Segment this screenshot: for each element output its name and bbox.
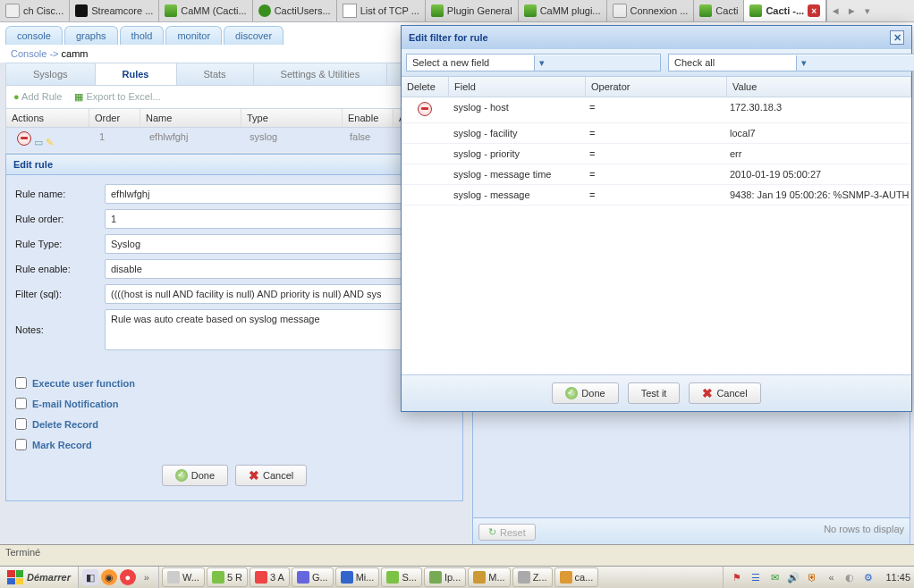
checkbox[interactable]: [15, 377, 27, 389]
section-tab-settings[interactable]: Settings & Utilities: [254, 63, 388, 85]
task-button[interactable]: G...: [292, 567, 334, 587]
cancel-button[interactable]: ✖Cancel: [689, 382, 760, 404]
add-rule-button[interactable]: ● Add Rule: [13, 91, 62, 103]
chevron-down-icon[interactable]: ▾: [534, 55, 660, 71]
tray-icon[interactable]: ⚙: [860, 569, 876, 585]
task-label: 3 A: [270, 572, 284, 583]
task-button[interactable]: W...: [162, 567, 205, 587]
cell-field: syslog - priority: [448, 144, 584, 164]
col-delete: Delete: [402, 77, 449, 97]
tray-icon[interactable]: ◐: [842, 569, 858, 585]
tray-more-icon[interactable]: «: [823, 569, 839, 585]
close-icon[interactable]: ×: [808, 4, 820, 17]
ql-more-icon[interactable]: »: [139, 569, 155, 585]
section-tab-syslogs[interactable]: Syslogs: [6, 63, 96, 85]
close-icon[interactable]: ✕: [890, 30, 904, 45]
task-button[interactable]: Z...: [512, 567, 553, 587]
browser-tab[interactable]: Plugin General: [426, 0, 519, 21]
nav-tab-console[interactable]: console: [5, 26, 63, 45]
col-name: Name: [140, 109, 241, 127]
tab-nav: ◄►▾: [826, 0, 876, 21]
ql-icon[interactable]: ◧: [82, 569, 98, 585]
done-button[interactable]: Done: [552, 382, 618, 404]
delete-icon[interactable]: [418, 102, 432, 116]
col-value: Value: [727, 77, 911, 97]
section-tab-rules[interactable]: Rules: [96, 63, 177, 85]
browser-tab[interactable]: ch Cisc...: [0, 0, 70, 21]
check-mark-record[interactable]: Mark Record: [15, 439, 453, 450]
nav-tab-monitor[interactable]: monitor: [165, 26, 222, 45]
browser-tab[interactable]: CactiUsers...: [253, 0, 337, 21]
filter-row[interactable]: syslog - facility=local7: [402, 123, 911, 144]
task-button[interactable]: S...: [381, 567, 422, 587]
tab-menu-icon[interactable]: ▾: [859, 5, 876, 17]
tray-icon[interactable]: 🔊: [785, 569, 801, 585]
tray-icon[interactable]: ☰: [748, 569, 764, 585]
chevron-down-icon[interactable]: ▾: [796, 55, 914, 71]
filter-row[interactable]: syslog - host=172.30.18.3: [402, 97, 911, 123]
browser-tab[interactable]: CaMM plugi...: [519, 0, 607, 21]
tab-label: ch Cisc...: [23, 5, 63, 16]
windows-logo-icon: [7, 570, 23, 584]
filter-row[interactable]: syslog - message=9438: Jan 19 05:00:26: …: [402, 185, 911, 206]
no-rows-label: No rows to display: [824, 524, 904, 541]
tab-prev-icon[interactable]: ◄: [827, 5, 843, 16]
check-delete-record[interactable]: Delete Record: [15, 418, 453, 430]
copy-icon[interactable]: ▭: [34, 137, 43, 147]
start-button[interactable]: Démarrer: [0, 567, 79, 588]
tray-icon[interactable]: ⛨: [804, 569, 820, 585]
tray-icon[interactable]: ✉: [766, 569, 783, 585]
browser-tab[interactable]: Cacti: [694, 0, 744, 21]
task-button[interactable]: Ip...: [424, 567, 466, 587]
section-tab-stats[interactable]: Stats: [177, 63, 254, 85]
task-button[interactable]: Mi...: [335, 567, 380, 587]
col-actions: Actions: [6, 109, 89, 127]
nav-tab-graphs[interactable]: graphs: [64, 26, 118, 45]
modal-header[interactable]: Edit filter for rule ✕: [402, 26, 911, 49]
filter-row[interactable]: syslog - message time=2010-01-19 05:00:2…: [402, 164, 911, 185]
checkbox[interactable]: [15, 398, 27, 409]
app-icon: [341, 571, 353, 584]
tab-next-icon[interactable]: ►: [843, 5, 859, 16]
browser-tab[interactable]: List of TCP ...: [337, 0, 426, 21]
col-operator: Operator: [586, 77, 727, 97]
browser-tab-active[interactable]: Cacti -...×: [744, 0, 826, 21]
task-button[interactable]: M...: [468, 567, 510, 587]
field-select[interactable]: Select a new field▾: [406, 54, 661, 71]
tray-icon[interactable]: ⚑: [729, 569, 745, 585]
taskbar-clock[interactable]: 11:45: [882, 572, 914, 583]
panel-button-bar: Done ✖Cancel: [15, 459, 453, 491]
task-button[interactable]: 5 R: [207, 567, 248, 587]
checkbox[interactable]: [15, 418, 27, 430]
row-name: efhlwfghj: [144, 131, 244, 148]
reset-button[interactable]: ↻Reset: [478, 524, 536, 541]
nav-tab-thold[interactable]: thold: [120, 26, 165, 45]
delete-icon[interactable]: [17, 131, 31, 146]
cell-val: err: [724, 144, 911, 164]
checkbox[interactable]: [15, 439, 27, 450]
check-all-select[interactable]: Check all▾: [668, 54, 914, 71]
export-excel-button[interactable]: ▦ Export to Excel...: [74, 91, 160, 103]
check-email-notif[interactable]: E-mail Notification: [15, 398, 453, 409]
done-button[interactable]: Done: [162, 465, 228, 486]
label-rule-enable: Rule enable:: [15, 264, 105, 274]
app-icon: [297, 571, 309, 584]
browser-tab[interactable]: Connexion ...: [607, 0, 695, 21]
check-exec-user-fn[interactable]: Execute user function: [15, 377, 453, 389]
cancel-button[interactable]: ✖Cancel: [235, 465, 307, 486]
row-action-icons[interactable]: ▭ ✎: [12, 131, 94, 148]
task-button[interactable]: 3 A: [250, 567, 290, 587]
filter-grid-header: Delete Field Operator Value: [402, 77, 911, 97]
filter-row[interactable]: syslog - priority=err: [402, 144, 911, 164]
browser-tab[interactable]: Streamcore ...: [70, 0, 159, 21]
test-button[interactable]: Test it: [628, 382, 681, 404]
ql-icon[interactable]: ●: [120, 569, 136, 585]
refresh-icon: ↻: [488, 526, 496, 538]
nav-tab-discover[interactable]: discover: [224, 26, 284, 45]
task-button[interactable]: ca...: [554, 567, 599, 587]
ql-icon[interactable]: ◉: [101, 569, 117, 585]
x-icon: ✖: [702, 386, 713, 400]
tab-label: Streamcore ...: [91, 5, 153, 16]
browser-tab[interactable]: CaMM (Cacti...: [159, 0, 252, 21]
edit-icon[interactable]: ✎: [46, 137, 54, 147]
